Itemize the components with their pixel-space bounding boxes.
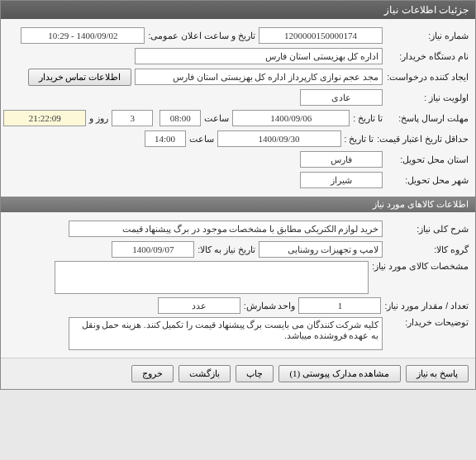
days-and-label: روز و [89,113,108,123]
contact-buyer-button[interactable]: اطلاعات تماس خریدار [28,69,132,86]
city-label: شهر محل تحویل: [386,175,469,185]
group-label: گروه کالا: [386,244,469,254]
goods-section: شرح کلی نیاز: گروه کالا: تاریخ نیاز به ک… [1,212,475,358]
goods-header: اطلاعات کالاهای مورد نیاز [1,197,475,212]
buyer-notes-label: توضیحات خریدار: [386,317,469,327]
unit-field[interactable] [158,297,240,314]
time-label-1: ساعت [204,113,229,123]
spec-label: مشخصات کالای مورد نیاز: [372,261,469,271]
countdown-field [3,110,86,126]
priority-label: اولویت نیاز : [386,92,469,102]
buyer-notes-field[interactable]: کلیه شرکت کنندگان می بایست برگ پیشنهاد ق… [69,317,383,350]
spec-field[interactable] [55,261,369,294]
deadline-date-field[interactable] [232,110,350,126]
buyer-field[interactable] [135,48,383,64]
until-label-1: تا تاریخ : [353,113,383,123]
time-label-2: ساعت [189,134,214,144]
province-label: استان محل تحویل: [386,154,469,164]
back-button[interactable]: بازگشت [178,365,231,382]
requester-field[interactable] [135,69,383,85]
validity-label: حداقل تاریخ اعتبار قیمت: [377,134,469,144]
days-field[interactable] [112,110,153,126]
need-date-field[interactable] [112,241,194,258]
province-field[interactable] [300,151,383,168]
qty-field[interactable] [298,297,381,314]
details-window: جزئیات اطلاعات نیاز شماره نیاز: تاریخ و … [0,0,476,390]
button-bar: پاسخ به نیاز مشاهده مدارک پیوستی (1) چاپ… [1,358,475,389]
need-no-field[interactable] [259,27,383,44]
buyer-label: نام دستگاه خریدار: [386,51,469,61]
announce-label: تاریخ و ساعت اعلان عمومی: [148,31,255,40]
exit-button[interactable]: خروج [131,365,174,382]
city-field[interactable] [300,172,383,188]
print-button[interactable]: چاپ [236,365,274,382]
need-date-label: تاریخ نیاز به کالا: [198,244,255,254]
qty-label: تعداد / مقدار مورد نیاز: [384,301,469,311]
desc-label: شرح کلی نیاز: [386,224,469,234]
validity-date-field[interactable] [217,130,341,147]
attachments-button[interactable]: مشاهده مدارک پیوستی (1) [278,365,400,382]
until-label-2: تا تاریخ : [345,134,374,144]
need-no-label: شماره نیاز: [386,31,469,40]
unit-label: واحد شمارش: [244,301,296,311]
requester-label: ایجاد کننده درخواست: [386,72,469,82]
window-title: جزئیات اطلاعات نیاز [1,1,475,19]
respond-button[interactable]: پاسخ به نیاز [406,365,469,382]
deadline-time-field[interactable] [159,110,201,126]
deadline-label: مهلت ارسال پاسخ: [386,113,469,123]
announce-field[interactable] [21,27,145,44]
priority-field[interactable] [300,89,383,106]
desc-field[interactable] [69,221,383,237]
main-section: شماره نیاز: تاریخ و ساعت اعلان عمومی: نا… [1,19,475,197]
group-field[interactable] [259,241,383,258]
validity-time-field[interactable] [145,130,186,147]
